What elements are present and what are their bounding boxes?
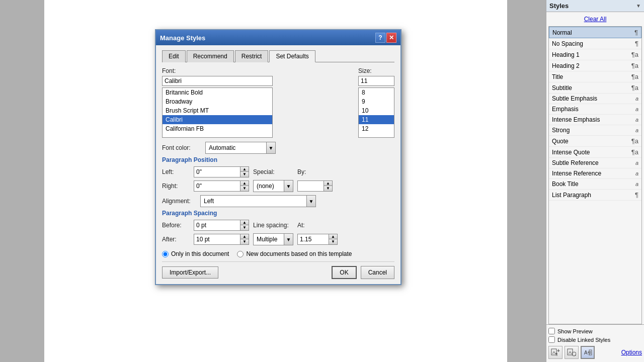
cancel-button[interactable]: Cancel: [361, 266, 394, 279]
style-item[interactable]: List Paragraph¶: [549, 190, 641, 201]
style-item[interactable]: Subtle Referencea: [549, 158, 641, 168]
radio-new-docs-input[interactable]: [237, 251, 244, 257]
options-link[interactable]: Options: [621, 349, 642, 356]
style-item-marker: ¶a: [631, 62, 638, 69]
disable-linked-checkbox[interactable]: [548, 336, 555, 343]
style-item[interactable]: Heading 2¶a: [549, 60, 641, 71]
style-inspector-button[interactable]: A: [565, 346, 579, 359]
style-item-marker: ¶a: [631, 84, 638, 92]
style-item[interactable]: Intense Emphasisa: [549, 115, 641, 125]
font-list-item[interactable]: Californian FB: [163, 124, 272, 133]
size-label: Size:: [358, 67, 394, 74]
by-spinner-up[interactable]: ▲: [324, 181, 332, 186]
style-item-name: Intense Emphasis: [552, 116, 633, 123]
style-item[interactable]: No Spacing¶: [549, 38, 641, 49]
style-item-name: Intense Reference: [552, 170, 633, 177]
font-group: Font: Britannic BoldBroadwayBrush Script…: [162, 67, 273, 138]
manage-styles-button[interactable]: A ¶: [581, 346, 595, 359]
size-group: Size: 89101112: [358, 67, 394, 138]
at-spinner-down[interactable]: ▼: [329, 239, 337, 244]
at-label: At:: [297, 222, 338, 229]
left-spinner-buttons: ▲ ▼: [240, 167, 249, 177]
left-spinner: 0" ▲ ▼: [194, 166, 249, 177]
radio-options-row: Only in this document New documents base…: [162, 250, 394, 257]
style-item[interactable]: Intense Quote¶a: [549, 147, 641, 158]
font-list[interactable]: Britannic BoldBroadwayBrush Script MTCal…: [163, 88, 272, 137]
after-spinner-up[interactable]: ▲: [240, 234, 249, 239]
font-list-item[interactable]: Britannic Bold: [163, 88, 272, 97]
svg-text:+: +: [557, 348, 560, 353]
clear-all-button[interactable]: Clear All: [549, 14, 641, 24]
tab-restrict[interactable]: Restrict: [235, 50, 269, 62]
style-item[interactable]: Subtitle¶a: [549, 82, 641, 94]
by-spinner-down[interactable]: ▼: [324, 186, 332, 191]
style-item[interactable]: Intense Referencea: [549, 168, 641, 179]
style-item[interactable]: Stronga: [549, 125, 641, 136]
styles-panel-arrow-icon[interactable]: ▼: [636, 3, 641, 9]
font-list-container: Britannic BoldBroadwayBrush Script MTCal…: [162, 87, 273, 138]
font-color-label: Font color:: [162, 144, 202, 151]
special-dropdown-arrow[interactable]: ▼: [284, 180, 293, 192]
show-preview-checkbox[interactable]: [548, 328, 555, 334]
dialog-title-buttons: ? ✕: [375, 33, 396, 43]
size-input[interactable]: [358, 76, 394, 86]
dialog-help-button[interactable]: ?: [375, 33, 385, 43]
style-item-marker: ¶a: [631, 148, 638, 156]
by-label: By:: [297, 168, 333, 175]
right-spinner-down[interactable]: ▼: [240, 186, 249, 191]
style-item-name: Book Title: [552, 180, 633, 188]
tab-edit[interactable]: Edit: [162, 50, 186, 62]
at-spinner-up[interactable]: ▲: [329, 234, 337, 239]
line-spacing-dropdown-arrow[interactable]: ▼: [284, 234, 293, 245]
before-label: Before:: [162, 222, 190, 229]
style-item-marker: ¶a: [631, 73, 638, 80]
show-preview-label: Show Preview: [557, 328, 593, 334]
alignment-dropdown-arrow[interactable]: ▼: [306, 196, 315, 207]
radio-this-doc[interactable]: Only in this document: [162, 250, 229, 257]
paragraph-spacing-title: Paragraph Spacing: [162, 210, 394, 217]
style-item[interactable]: Emphasisa: [549, 104, 641, 115]
style-item-marker: a: [635, 96, 638, 102]
right-spinner-up[interactable]: ▲: [240, 181, 249, 186]
radio-new-docs[interactable]: New documents based on this template: [237, 250, 352, 257]
left-spinner-down[interactable]: ▼: [240, 172, 249, 177]
right-label: Right:: [162, 183, 190, 190]
size-list-item[interactable]: 11: [359, 115, 394, 124]
font-list-item[interactable]: Brush Script MT: [163, 106, 272, 115]
dialog-close-button[interactable]: ✕: [386, 33, 396, 43]
style-item[interactable]: Subtle Emphasisa: [549, 94, 641, 104]
style-item-marker: a: [635, 117, 638, 123]
tab-recommend[interactable]: Recommend: [187, 50, 234, 62]
size-list-item[interactable]: 8: [359, 88, 394, 97]
ok-button[interactable]: OK: [332, 266, 356, 279]
style-item[interactable]: Heading 1¶a: [549, 49, 641, 60]
font-list-item[interactable]: Broadway: [163, 97, 272, 106]
style-item[interactable]: Title¶a: [549, 71, 641, 82]
font-color-dropdown-arrow[interactable]: ▼: [266, 142, 275, 153]
left-spinner-up[interactable]: ▲: [240, 167, 249, 172]
font-list-item[interactable]: Calibri: [163, 115, 272, 124]
new-style-button[interactable]: A ¶ +: [548, 346, 562, 359]
style-item-name: Title: [552, 73, 629, 80]
style-item-name: Intense Quote: [552, 149, 629, 156]
before-spinner-up[interactable]: ▲: [240, 220, 249, 225]
style-item[interactable]: Book Titlea: [549, 179, 641, 190]
size-list[interactable]: 89101112: [359, 88, 394, 137]
radio-this-doc-input[interactable]: [162, 251, 169, 257]
svg-text:A: A: [569, 350, 572, 355]
line-spacing-value: Multiple: [254, 235, 284, 244]
size-list-item[interactable]: 9: [359, 97, 394, 106]
before-spinner-down[interactable]: ▼: [240, 225, 249, 230]
right-spinner-buttons: ▲ ▼: [240, 181, 249, 191]
paragraph-position-title: Paragraph Position: [162, 156, 394, 163]
size-list-item[interactable]: 10: [359, 106, 394, 115]
style-item-name: Heading 2: [552, 62, 629, 69]
style-item[interactable]: Normal¶: [549, 27, 641, 38]
tab-set-defaults[interactable]: Set Defaults: [269, 50, 315, 62]
size-list-item[interactable]: 12: [359, 124, 394, 133]
after-spinner-down[interactable]: ▼: [240, 239, 249, 244]
font-name-input[interactable]: [162, 76, 273, 86]
import-export-button[interactable]: Import/Export...: [162, 266, 218, 279]
svg-line-7: [575, 355, 576, 355]
style-item[interactable]: Quote¶a: [549, 136, 641, 147]
